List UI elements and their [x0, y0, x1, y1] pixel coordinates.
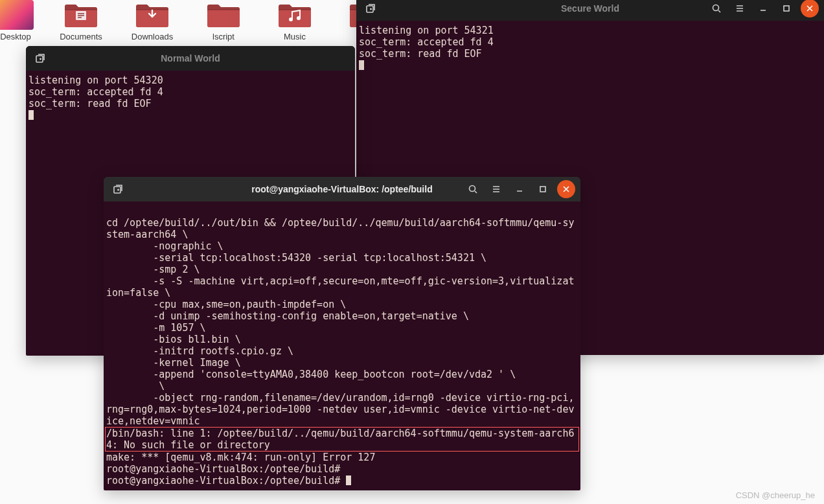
- terminal-output[interactable]: listening on port 54320 soc_term: accept…: [26, 71, 355, 124]
- gradient-thumbnail-icon: [0, 0, 34, 30]
- desktop-icon-downloads[interactable]: Downloads: [126, 0, 178, 41]
- desktop-icon-desktop[interactable]: Desktop: [0, 0, 41, 41]
- svg-point-2: [297, 16, 301, 20]
- svg-rect-9: [540, 187, 545, 192]
- search-icon: [468, 184, 478, 194]
- minimize-icon: [758, 3, 768, 14]
- new-tab-icon: [35, 53, 45, 63]
- titlebar[interactable]: Secure World: [356, 0, 824, 21]
- close-button[interactable]: [557, 180, 575, 198]
- close-icon: [805, 3, 815, 14]
- search-button[interactable]: [464, 180, 482, 198]
- search-button[interactable]: [707, 0, 726, 17]
- icon-label: Documents: [55, 32, 107, 41]
- icon-label: Downloads: [126, 32, 178, 41]
- terminal-output[interactable]: cd /optee/build/../out/bin && /optee/bui…: [104, 201, 580, 489]
- text-cursor: [29, 110, 34, 120]
- folder-icon: [205, 0, 242, 30]
- icon-label: lscript: [198, 32, 249, 41]
- desktop-icon-lscript[interactable]: lscript: [198, 0, 249, 41]
- maximize-icon: [538, 184, 548, 194]
- search-icon: [711, 3, 722, 14]
- close-button[interactable]: [801, 0, 819, 17]
- error-line-highlight: /bin/bash: line 1: /optee/build/../qemu/…: [105, 427, 579, 452]
- new-tab-button[interactable]: [109, 180, 127, 198]
- new-tab-icon: [365, 3, 376, 14]
- titlebar[interactable]: root@yangxiaohe-VirtualBox: /optee/build: [104, 177, 580, 201]
- window-title: Normal World: [26, 53, 355, 63]
- menu-button[interactable]: [487, 180, 505, 198]
- cmd-output: cd /optee/build/../out/bin && /optee/bui…: [106, 217, 574, 427]
- make-error: make: *** [qemu_v8.mk:474: run-only] Err…: [106, 452, 375, 463]
- hamburger-icon: [735, 3, 745, 14]
- svg-rect-5: [784, 6, 789, 11]
- terminal-output[interactable]: listening on port 54321 soc_term: accept…: [356, 21, 824, 74]
- watermark: CSDN @cheerup_he: [736, 490, 815, 500]
- menu-button[interactable]: [731, 0, 749, 17]
- folder-icon: [134, 0, 170, 30]
- titlebar[interactable]: Normal World: [26, 46, 355, 71]
- text-cursor: [359, 60, 364, 70]
- icon-label: Music: [269, 32, 321, 41]
- svg-point-1: [289, 17, 293, 21]
- icon-label: Desktop: [0, 32, 41, 41]
- desktop-icon-documents[interactable]: Documents: [55, 0, 107, 41]
- new-tab-icon: [113, 184, 123, 194]
- hamburger-icon: [491, 184, 501, 194]
- maximize-icon: [781, 3, 792, 14]
- maximize-button[interactable]: [534, 180, 552, 198]
- minimize-icon: [514, 184, 525, 194]
- svg-point-8: [470, 186, 475, 192]
- minimize-button[interactable]: [754, 0, 772, 17]
- minimize-button[interactable]: [510, 180, 529, 198]
- desktop-icon-music[interactable]: Music: [269, 0, 321, 41]
- svg-point-4: [713, 5, 719, 11]
- shell-prompt: root@yangxiaohe-VirtualBox:/optee/build#: [106, 475, 340, 487]
- new-tab-button[interactable]: [361, 0, 380, 17]
- folder-icon: [277, 0, 313, 30]
- terminal-build[interactable]: root@yangxiaohe-VirtualBox: /optee/build…: [104, 177, 580, 490]
- text-cursor: [346, 475, 351, 485]
- folder-icon: [63, 0, 99, 30]
- shell-prompt: root@yangxiaohe-VirtualBox:/optee/build#: [106, 463, 340, 475]
- new-tab-button[interactable]: [31, 49, 49, 67]
- maximize-button[interactable]: [777, 0, 795, 17]
- close-icon: [561, 184, 571, 194]
